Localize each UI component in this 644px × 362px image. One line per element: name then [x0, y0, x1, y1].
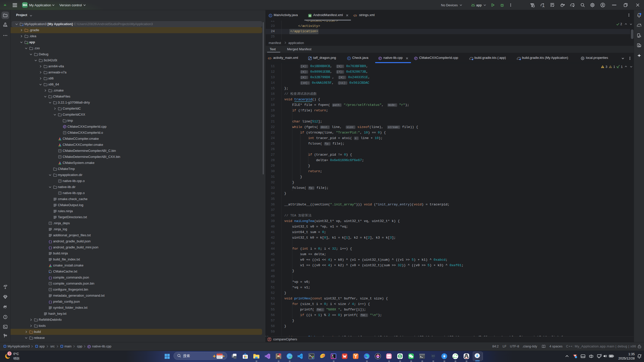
svg-text:?: ? [59, 150, 60, 152]
svg-text:M: M [309, 15, 311, 17]
svg-text:C: C [379, 57, 381, 60]
svg-text:A: A [543, 5, 545, 8]
svg-text:?: ? [64, 131, 65, 134]
svg-text:{}: {} [48, 300, 52, 304]
svg-text:{}: {} [48, 246, 52, 250]
svg-text:?: ? [59, 156, 60, 158]
svg-text:z: z [641, 354, 642, 356]
svg-text:C: C [64, 125, 65, 128]
svg-text:?: ? [59, 180, 60, 182]
svg-text:C: C [348, 57, 350, 60]
svg-text:C: C [270, 14, 271, 17]
svg-text:?: ? [59, 192, 60, 194]
svg-text:bilibili: bilibili [387, 356, 391, 357]
svg-text:C: C [88, 345, 90, 348]
svg-text:{}: {} [48, 276, 52, 280]
svg-text:?: ? [50, 282, 51, 285]
svg-text:?: ? [50, 288, 51, 291]
svg-text:?: ? [50, 222, 51, 224]
svg-text:JA: JA [377, 354, 379, 356]
svg-text:DX: DX [377, 356, 379, 358]
svg-text:C: C [415, 57, 416, 60]
svg-text:{}: {} [48, 240, 52, 244]
